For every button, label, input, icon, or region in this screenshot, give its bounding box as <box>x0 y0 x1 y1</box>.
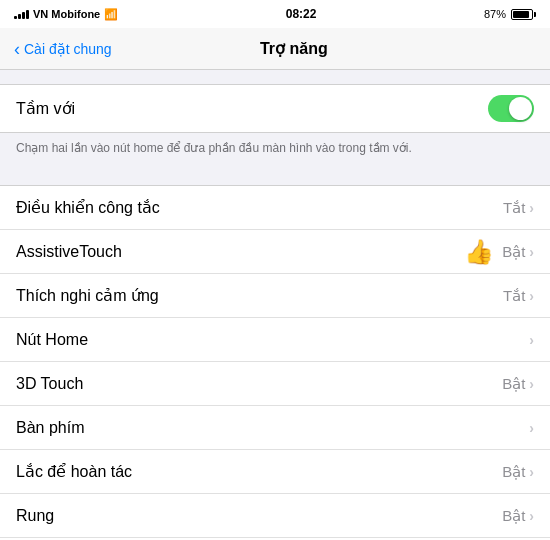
chevron-right-icon: › <box>529 332 534 348</box>
item-label: Lắc để hoàn tác <box>16 462 132 481</box>
list-item[interactable]: Bàn phím › <box>0 406 550 450</box>
toggle-description: Chạm hai lần vào nút home để đưa phần đầ… <box>0 133 550 167</box>
list-item[interactable]: Thích nghi cảm ứng Tắt › <box>0 274 550 318</box>
status-right: 87% <box>484 8 536 20</box>
list-item[interactable]: 3D Touch Bật › <box>0 362 550 406</box>
item-label: Thích nghi cảm ứng <box>16 286 159 305</box>
item-label: Rung <box>16 507 54 525</box>
chevron-right-icon: › <box>529 200 534 216</box>
battery-percent: 87% <box>484 8 506 20</box>
list-item-assistive[interactable]: AssistiveTouch 👍 Bật › <box>0 230 550 274</box>
item-label: AssistiveTouch <box>16 243 122 261</box>
item-label: Bàn phím <box>16 419 84 437</box>
list-item-left: AssistiveTouch <box>16 243 502 261</box>
item-value: Bật <box>502 463 525 481</box>
list-item-left: Điều khiển công tắc <box>16 198 503 217</box>
toggle-knob <box>509 97 532 120</box>
list-item-left: Bàn phím <box>16 419 529 437</box>
wifi-icon: 📶 <box>104 8 118 21</box>
item-right: › <box>529 332 534 348</box>
list-item-left: 3D Touch <box>16 375 502 393</box>
item-right: Bật › <box>502 375 534 393</box>
thumbs-up-icon: 👍 <box>464 238 494 266</box>
item-value: Tắt <box>503 199 525 217</box>
list-item-left: Nút Home <box>16 331 529 349</box>
status-bar: VN Mobifone 📶 08:22 87% <box>0 0 550 28</box>
item-right: Bật › <box>502 463 534 481</box>
item-value: Tắt <box>503 287 525 305</box>
list-item[interactable]: Lắc để hoàn tác Bật › <box>0 450 550 494</box>
item-right: Tắt › <box>503 199 534 217</box>
list-section: Điều khiển công tắc Tắt › AssistiveTouch… <box>0 185 550 540</box>
item-right: › <box>529 420 534 436</box>
chevron-right-icon: › <box>529 508 534 524</box>
toggle-label: Tầm với <box>16 99 75 118</box>
list-item-left: Thích nghi cảm ứng <box>16 286 503 305</box>
item-label: Điều khiển công tắc <box>16 198 160 217</box>
back-label: Cài đặt chung <box>24 41 112 57</box>
chevron-right-icon: › <box>529 420 534 436</box>
status-left: VN Mobifone 📶 <box>14 8 118 21</box>
signal-bars <box>14 9 29 19</box>
toggle-section: Tầm với <box>0 84 550 133</box>
chevron-right-icon: › <box>529 288 534 304</box>
back-button[interactable]: ‹ Cài đặt chung <box>14 40 112 58</box>
list-item[interactable]: Rung Bật › <box>0 494 550 538</box>
list-item[interactable]: Điều khiển công tắc Tắt › <box>0 186 550 230</box>
list-item-home-button[interactable]: Nút Home › <box>0 318 550 362</box>
nav-bar: ‹ Cài đặt chung Trợ năng <box>0 28 550 70</box>
list-item-left: Lắc để hoàn tác <box>16 462 502 481</box>
item-label: Nút Home <box>16 331 88 349</box>
item-value: Bật <box>502 507 525 525</box>
item-value: Bật <box>502 375 525 393</box>
item-value: Bật <box>502 243 525 261</box>
item-label: 3D Touch <box>16 375 83 393</box>
chevron-right-icon: › <box>529 244 534 260</box>
toggle-switch[interactable] <box>488 95 534 122</box>
battery-icon <box>511 9 536 20</box>
item-right: Bật › <box>502 507 534 525</box>
chevron-right-icon: › <box>529 376 534 392</box>
status-time: 08:22 <box>286 7 317 21</box>
page-title: Trợ năng <box>112 39 476 58</box>
item-right: Bật › <box>502 243 534 261</box>
content-area: Tầm với Chạm hai lần vào nút home để đưa… <box>0 70 550 540</box>
back-chevron-icon: ‹ <box>14 40 20 58</box>
carrier-label: VN Mobifone <box>33 8 100 20</box>
list-item-left: Rung <box>16 507 502 525</box>
item-right: Tắt › <box>503 287 534 305</box>
chevron-right-icon: › <box>529 464 534 480</box>
